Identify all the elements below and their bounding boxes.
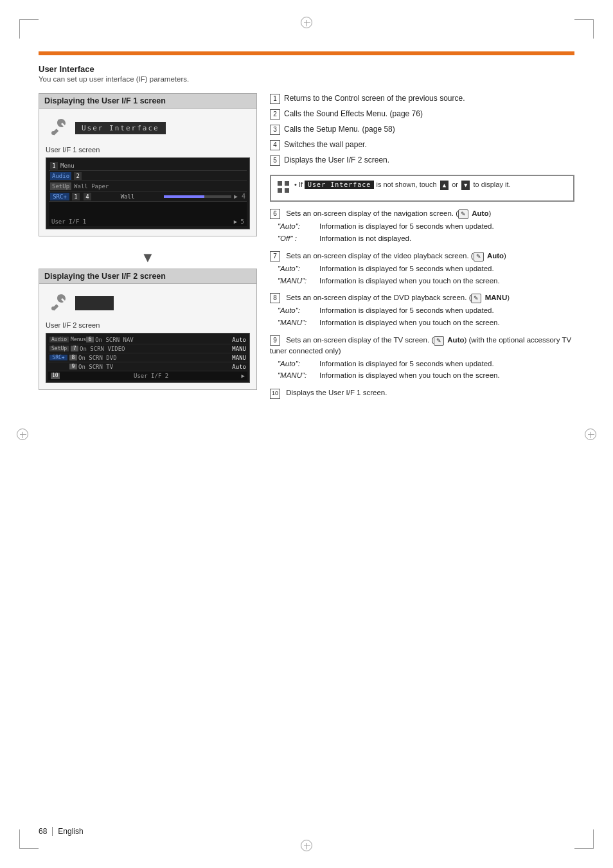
ui2-on-tv: On SCRN TV bbox=[78, 364, 113, 370]
ui2-src: SRC+ bbox=[49, 355, 67, 360]
desc-9-val1: Information is displayed for 5 seconds w… bbox=[319, 359, 494, 369]
row2-audio: Audio bbox=[50, 172, 71, 180]
ui-screen-row-1: 1 Menu bbox=[49, 161, 247, 171]
desc-7-row2: "MANU": Information is displayed when yo… bbox=[278, 276, 574, 287]
row2-num: 2 bbox=[74, 172, 82, 180]
badge-7: 7 bbox=[270, 251, 280, 261]
badge-5: 5 bbox=[270, 155, 280, 166]
bottom-label-1: User I/F 1 bbox=[51, 218, 86, 225]
row3-wall: Wall Paper bbox=[74, 183, 245, 190]
ui2-row-tv: 9 On SCRN TV Auto bbox=[48, 362, 247, 371]
row4-num1: 1 bbox=[72, 193, 80, 200]
note-icon bbox=[276, 180, 290, 197]
top-bar bbox=[39, 51, 574, 55]
desc-6: 6 Sets an on-screen display of the navig… bbox=[270, 208, 574, 244]
desc-9-key2: "MANU": bbox=[278, 370, 319, 381]
corner-mark-tr bbox=[574, 19, 594, 39]
item-3: 3 Calls the Setup Menu. (page 58) bbox=[270, 124, 574, 135]
desc-8-key2: "MANU": bbox=[278, 317, 319, 328]
desc-9-row1: "Auto": Information is displayed for 5 s… bbox=[278, 359, 574, 369]
screen1-label: User I/F 1 screen bbox=[46, 146, 250, 154]
row1-menu: Menu bbox=[60, 163, 75, 169]
desc-7-val1: Information is displayed for 5 seconds w… bbox=[319, 263, 494, 274]
item-1: 1 Returns to the Control screen of the p… bbox=[270, 93, 574, 104]
main-content: User Interface You can set up user inter… bbox=[39, 64, 574, 817]
ui2-auto1: Auto bbox=[232, 337, 246, 343]
crosshair-left bbox=[17, 429, 28, 440]
arrow-down: ▼ bbox=[39, 249, 257, 266]
desc-6-val2: Information is not displayed. bbox=[319, 233, 411, 244]
desc-8: 8 Sets an on-screen display of the DVD p… bbox=[270, 292, 574, 328]
item-2: 2 Calls the Sound Effects Menu. (page 76… bbox=[270, 109, 574, 120]
row4-num4: 4 bbox=[84, 193, 91, 200]
desc-8-val2: Information is displayed when you touch … bbox=[319, 317, 500, 328]
ui2-on-nav: On SCRN NAV bbox=[95, 337, 134, 343]
desc-6-main: 6 Sets an on-screen display of the navig… bbox=[270, 208, 574, 219]
desc-8-key1: "Auto": bbox=[278, 305, 319, 316]
desc-6-row2: "Off" : Information is not displayed. bbox=[278, 233, 574, 244]
corner-mark-tl bbox=[19, 19, 39, 39]
ui-bottom-bar-2: 10 User I/F 2 ▶ bbox=[48, 371, 247, 380]
ui-screen-1: 1 Menu Audio 2 SetUp Wall Paper SRC+ bbox=[46, 157, 250, 229]
icon-auto-7: ✎ bbox=[474, 252, 484, 261]
manu-label-8: MANU bbox=[485, 294, 508, 301]
page-number: 68 bbox=[39, 827, 47, 836]
desc-7-key1: "Auto": bbox=[278, 263, 319, 274]
section-title: User Interface bbox=[39, 64, 574, 74]
desc-6-key2: "Off" : bbox=[278, 233, 319, 244]
desc-8-row1: "Auto": Information is displayed for 5 s… bbox=[278, 305, 574, 316]
page-divider bbox=[52, 827, 53, 836]
desc-6-row1: "Auto": Information is displayed for 5 s… bbox=[278, 221, 574, 232]
ui2-num9: 9 bbox=[69, 364, 77, 369]
desc-6-val1: Information is displayed for 5 seconds w… bbox=[319, 221, 494, 232]
row4-wall: Wall bbox=[94, 193, 161, 200]
note-highlight: User Interface bbox=[305, 181, 374, 189]
ui2-on-dvd: On SCRN DVD bbox=[78, 355, 117, 361]
tool-icon-2 bbox=[47, 292, 70, 315]
item-4-text: Switches the wall paper. bbox=[284, 139, 367, 150]
badge-10: 10 bbox=[270, 389, 280, 399]
item-1-text: Returns to the Control screen of the pre… bbox=[284, 93, 465, 104]
svg-rect-4 bbox=[278, 181, 282, 186]
wall-progress bbox=[164, 195, 231, 198]
ui2-row-setup: SetUp 7 On SCRN VIDEO MANU bbox=[48, 344, 247, 353]
left-column: Displaying the User I/F 1 screen User In… bbox=[39, 93, 257, 405]
numbered-items-group: 1 Returns to the Control screen of the p… bbox=[270, 93, 574, 166]
icon-auto-9: ✎ bbox=[434, 336, 444, 346]
section-subtitle: You can set up user interface (IF) param… bbox=[39, 75, 574, 83]
badge-9: 9 bbox=[270, 335, 280, 346]
desc-6-key1: "Auto": bbox=[278, 221, 319, 232]
badge-3: 3 bbox=[270, 125, 280, 135]
ui-spacer-1 bbox=[49, 202, 247, 217]
device-icon-2 bbox=[46, 290, 71, 316]
svg-rect-7 bbox=[285, 188, 289, 193]
badge-1: 1 bbox=[270, 94, 280, 104]
desc-8-val1: Information is displayed for 5 seconds w… bbox=[319, 305, 494, 316]
ui-screen-2: Audio Menus 6 On SCRN NAV Auto SetUp 7 O… bbox=[46, 333, 250, 383]
ui2-num6: 6 bbox=[86, 337, 94, 342]
desc-7-row1: "Auto": Information is displayed for 5 s… bbox=[278, 263, 574, 274]
ui2-setup: SetUp bbox=[49, 346, 69, 351]
device-label-bar-1: User Interface bbox=[75, 122, 166, 134]
row4-src: SRC+ bbox=[50, 193, 69, 200]
auto-label-6: Auto bbox=[472, 209, 488, 217]
desc-8-row2: "MANU": Information is displayed when yo… bbox=[278, 317, 574, 328]
device-icon-1 bbox=[46, 115, 71, 141]
desc-10: 10 Displays the User I/F 1 screen. bbox=[270, 387, 574, 399]
badge-2: 2 bbox=[270, 109, 280, 120]
desc-7-main: 7 Sets an on-screen display of the video… bbox=[270, 251, 574, 261]
desc-9-main: 9 Sets an on-screen display of the TV sc… bbox=[270, 335, 574, 357]
right-column: 1 Returns to the Control screen of the p… bbox=[270, 93, 574, 405]
ui2-on-video: On SCRN VIDEO bbox=[80, 346, 125, 352]
desc-9-row2: "MANU": Information is displayed when yo… bbox=[278, 370, 574, 381]
ui2-row-src: SRC+ 8 On SCRN DVD MANU bbox=[48, 353, 247, 362]
bottom-num-5: ▶ 5 bbox=[234, 218, 244, 225]
note-btn-up: ▲ bbox=[440, 181, 449, 190]
device-area-2 bbox=[46, 290, 250, 316]
wall-progress-fill bbox=[164, 195, 204, 198]
bottom-arrow-2: ▶ bbox=[242, 373, 245, 379]
auto-label-7: Auto bbox=[487, 252, 504, 260]
tool-icon bbox=[47, 116, 70, 139]
badge-4: 4 bbox=[270, 140, 280, 150]
device-label-bar-2 bbox=[75, 296, 114, 310]
